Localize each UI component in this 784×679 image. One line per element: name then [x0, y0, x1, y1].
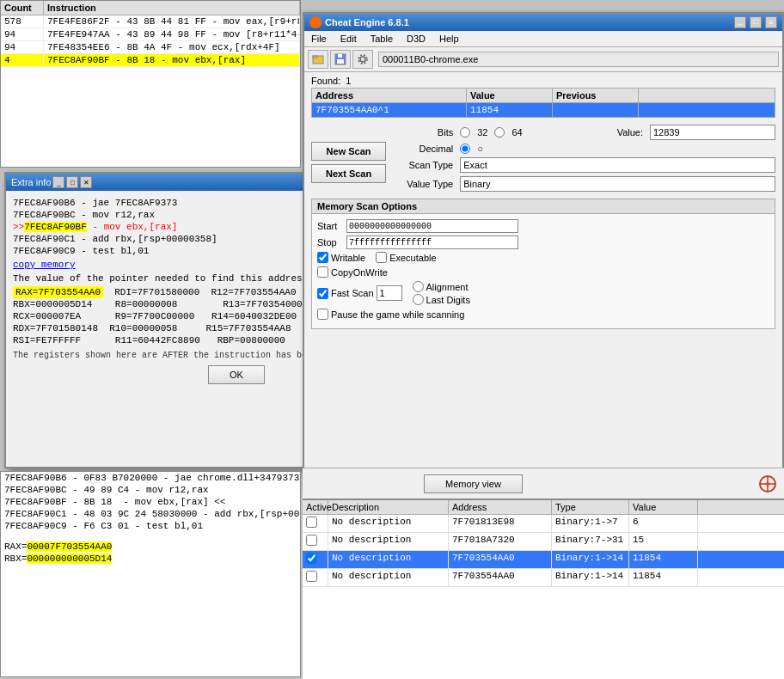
- value-type-label: Value Type: [393, 179, 453, 189]
- row1-addr: 7F701813E98: [449, 515, 552, 532]
- row1-checkbox[interactable]: [306, 517, 317, 528]
- row3-active: [303, 551, 328, 568]
- fastscan-label: Fast Scan: [317, 285, 402, 301]
- rcx-register: RCX=000007EA: [13, 311, 81, 321]
- bits-radio-32[interactable]: [460, 127, 470, 138]
- stop-label: Stop: [317, 237, 343, 248]
- addr-list-row-4[interactable]: No description 7F703554AA0 Binary:1->14 …: [303, 569, 784, 587]
- menu-file[interactable]: File: [308, 33, 330, 45]
- rbp-register: RBP=00800000: [217, 335, 285, 346]
- r9-register: R9=7F700C00000: [115, 311, 194, 321]
- alignment-radio[interactable]: [413, 281, 424, 292]
- options-row-2: CopyOnWrite: [317, 266, 769, 278]
- save-button[interactable]: [330, 50, 351, 69]
- row4-desc: No description: [328, 569, 449, 586]
- copyonwrite-text: CopyOnWrite: [331, 267, 388, 278]
- maximize-button[interactable]: □: [66, 176, 78, 188]
- lastdigits-radio[interactable]: [413, 294, 424, 305]
- disasm-instr: 7FE4FE86F2F - 43 8B 44 81 FF - mov eax,[…: [44, 15, 300, 28]
- disasm-row[interactable]: 578 7FE4FE86F2F - 43 8B 44 81 FF - mov e…: [1, 15, 300, 28]
- disasm-row-highlighted[interactable]: 4 7FEC8AF90BF - 8B 18 - mov ebx,[rax]: [1, 54, 300, 67]
- row2-desc: No description: [328, 533, 449, 550]
- fastscan-value-input[interactable]: [377, 285, 402, 301]
- open-button[interactable]: [308, 50, 328, 69]
- decimal-radio[interactable]: [460, 144, 470, 154]
- row3-desc: No description: [328, 551, 449, 568]
- ok-button[interactable]: OK: [208, 365, 265, 384]
- row2-type: Binary:7->31: [552, 533, 629, 550]
- row1-type: Binary:1->7: [552, 515, 629, 532]
- disasm-row[interactable]: 94 7FE4FE947AA - 43 89 44 98 FF - mov [r…: [1, 28, 300, 41]
- start-addr-row: Start: [317, 219, 769, 233]
- addr-list-row-3[interactable]: No description 7F703554AA0 Binary:1->14 …: [303, 551, 784, 569]
- maximize-button[interactable]: □: [750, 16, 762, 28]
- fastscan-checkbox[interactable]: [317, 288, 328, 299]
- close-button[interactable]: ✕: [765, 16, 777, 28]
- val-col-header: Value: [629, 500, 698, 514]
- addr-list-row-2[interactable]: No description 7F7018A7320 Binary:7->31 …: [303, 533, 784, 551]
- fastscan-text: Fast Scan: [331, 288, 374, 298]
- executable-checkbox[interactable]: [376, 252, 387, 263]
- menu-help[interactable]: Help: [436, 33, 462, 45]
- disasm-row[interactable]: 94 7FE48354EE6 - 8B 4A 4F - mov ecx,[rdx…: [1, 41, 300, 54]
- lastdigits-label: Last Digits: [413, 294, 470, 305]
- settings-button[interactable]: [352, 50, 373, 69]
- disasm-instr: 7FE48354EE6 - 8B 4A 4F - mov ecx,[rdx+4F…: [44, 41, 300, 53]
- bits-64: 64: [511, 127, 522, 138]
- row2-active: [303, 533, 328, 550]
- row4-checkbox[interactable]: [306, 571, 317, 582]
- r15-register: R15=7F703554AA8: [205, 323, 291, 333]
- bits-radio-64[interactable]: [494, 127, 505, 138]
- ce-titlebar: Cheat Engine 6.8.1 _ □ ✕: [304, 14, 782, 31]
- r12-register: R12=7F703554AA0: [211, 287, 296, 297]
- decimal-row: Decimal ○: [393, 144, 775, 154]
- copyonwrite-label: CopyOnWrite: [317, 266, 388, 278]
- r10-register: R10=00000058: [109, 323, 177, 333]
- scan-list-row[interactable]: 7F703554AA0^1 11854: [311, 103, 775, 118]
- disasm-count: 4: [1, 54, 44, 66]
- options-row-1: Writable Executable: [317, 252, 769, 263]
- start-input[interactable]: [346, 219, 518, 233]
- code-line-1: 7FEC8AF90B6 - 0F83 B7020000 - jae chrome…: [1, 472, 300, 484]
- copyonwrite-checkbox[interactable]: [317, 266, 328, 278]
- writable-checkbox[interactable]: [317, 252, 328, 263]
- start-label: Start: [317, 221, 343, 231]
- ce-toolbar: 000011B0-chrome.exe: [304, 47, 782, 72]
- r8-register: R8=00000008: [115, 299, 178, 309]
- svg-point-5: [360, 57, 365, 62]
- row1-active: [303, 515, 328, 532]
- process-bar[interactable]: 000011B0-chrome.exe: [378, 52, 779, 67]
- minimize-button[interactable]: _: [52, 176, 64, 188]
- memory-view-button[interactable]: Memory view: [424, 474, 523, 493]
- scan-type-input[interactable]: [460, 157, 775, 173]
- bits-32: 32: [477, 127, 487, 138]
- value-input[interactable]: [650, 125, 775, 140]
- stop-input[interactable]: [346, 236, 518, 249]
- rax-line: RAX=00007F703554AA0: [1, 541, 300, 553]
- menu-d3d[interactable]: D3D: [403, 33, 429, 45]
- rax-val: 00007F703554AA0: [27, 541, 112, 552]
- menu-edit[interactable]: Edit: [337, 33, 360, 45]
- new-scan-button[interactable]: New Scan: [311, 142, 386, 161]
- addr-list-header: Active Description Address Type Value: [303, 500, 784, 515]
- minimize-button[interactable]: _: [734, 16, 746, 28]
- cheat-engine-window: Cheat Engine 6.8.1 _ □ ✕ File Edit Table…: [303, 12, 784, 493]
- row-previous: [553, 103, 639, 117]
- scan-type-row: Scan Type: [393, 157, 775, 173]
- pause-checkbox[interactable]: [317, 309, 328, 320]
- stop-addr-row: Stop: [317, 236, 769, 249]
- ce-menubar: File Edit Table D3D Help: [304, 31, 782, 47]
- rax-register: RAX=7F703554AA0: [13, 286, 103, 298]
- row3-checkbox[interactable]: [306, 553, 317, 564]
- row4-val: 11854: [629, 569, 698, 586]
- row2-checkbox[interactable]: [306, 535, 317, 546]
- value-type-input[interactable]: [460, 176, 775, 192]
- svg-rect-3: [337, 59, 344, 64]
- code-line-3: 7FEC8AF90BF - 8B 18 - mov ebx,[rax] <<: [1, 496, 300, 508]
- close-button[interactable]: ✕: [80, 176, 92, 188]
- addr-list-row-1[interactable]: No description 7F701813E98 Binary:1->7 6: [303, 515, 784, 533]
- memory-scan-title: Memory Scan Options: [312, 199, 775, 214]
- next-scan-button[interactable]: Next Scan: [311, 164, 386, 183]
- svg-rect-4: [338, 54, 342, 58]
- menu-table[interactable]: Table: [367, 33, 396, 45]
